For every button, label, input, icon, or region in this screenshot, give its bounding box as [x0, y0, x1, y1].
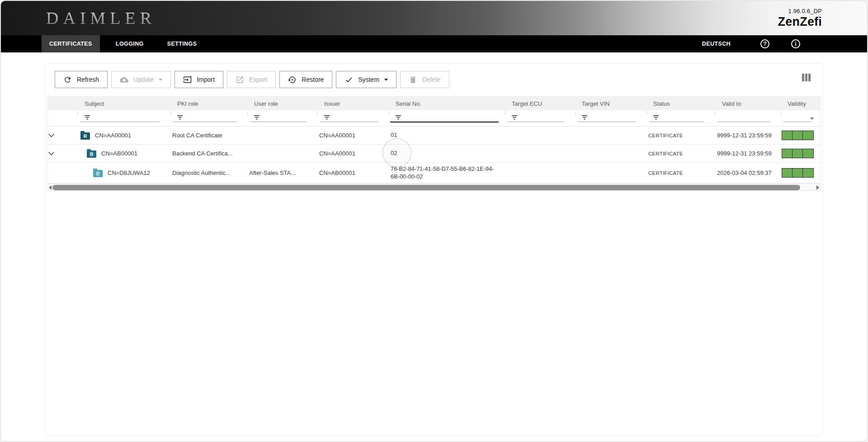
chevron-down-icon[interactable]: [48, 151, 55, 155]
header-serial-no[interactable]: Serial No.: [389, 100, 505, 107]
nav-tabs: CERTIFICATES LOGGING SETTINGS: [1, 35, 212, 52]
validity-indicator: [782, 168, 814, 178]
tab-certificates[interactable]: CERTIFICATES: [42, 35, 100, 52]
export-icon: [236, 75, 244, 84]
filter-validity[interactable]: [781, 110, 822, 126]
app-identity: 1.96.0.6_DP ZenZefi: [778, 8, 822, 29]
filter-serial-no[interactable]: [389, 110, 505, 126]
nav-bar: CERTIFICATES LOGGING SETTINGS DEUTSCH ? …: [1, 35, 867, 52]
table-row[interactable]: R CN=AA00001 Root CA Certificate CN=AA00…: [48, 127, 820, 145]
export-label: Export: [249, 76, 267, 83]
filter-expander: [48, 110, 78, 126]
certificates-table: Subject PKI role User role Issuer Serial…: [47, 96, 821, 191]
validity-cell: [781, 131, 822, 140]
issuer-cell: CN=AA00001: [317, 132, 389, 139]
columns-icon[interactable]: [802, 74, 811, 81]
status-cell: CERTIFICATE: [646, 133, 715, 138]
daimler-logo: DAIMLER: [46, 8, 156, 28]
restore-button[interactable]: Restore: [279, 71, 332, 88]
app-version: 1.96.0.6_DP: [778, 8, 822, 14]
filter-icon: [653, 114, 659, 121]
status-cell: CERTIFICATE: [646, 151, 715, 156]
filter-icon: [511, 114, 518, 121]
import-icon: [183, 75, 192, 84]
nav-right: DEUTSCH ? i: [702, 35, 867, 52]
filter-subject[interactable]: [78, 110, 170, 126]
filter-icon: [254, 114, 260, 121]
serial-cell: 02: [389, 150, 505, 157]
scrollbar-thumb[interactable]: [52, 185, 800, 190]
user-role-cell: After-Sales STA...: [247, 169, 317, 176]
subject-cell: D CN=D8JUWA12: [78, 169, 170, 177]
chevron-down-icon: [384, 79, 388, 81]
filter-target-vin[interactable]: [575, 110, 646, 126]
filter-icon: [581, 114, 588, 121]
table-row[interactable]: B CN=AB00001 Backend CA Certifica... CN=…: [48, 145, 820, 163]
refresh-label: Refresh: [77, 76, 99, 83]
help-icon[interactable]: ?: [760, 39, 769, 48]
pki-role-cell: Backend CA Certifica...: [170, 150, 247, 157]
status-cell: CERTIFICATE: [646, 170, 715, 176]
chevron-down-icon[interactable]: [48, 133, 55, 137]
row-expander: [48, 151, 78, 155]
filter-issuer[interactable]: [317, 110, 389, 126]
filter-row: [48, 110, 820, 127]
restore-icon: [288, 75, 297, 84]
update-label: Update: [133, 76, 154, 83]
scroll-right-arrow[interactable]: [816, 185, 819, 190]
filter-icon: [177, 114, 183, 121]
tab-logging[interactable]: LOGGING: [108, 35, 151, 52]
header-validity[interactable]: Validity: [781, 100, 822, 107]
language-toggle[interactable]: DEUTSCH: [702, 41, 731, 47]
header-valid-to[interactable]: Valid to: [715, 100, 781, 107]
delete-button[interactable]: Delete: [400, 71, 449, 88]
header-status[interactable]: Status: [646, 100, 715, 107]
certificates-panel: Refresh Update Import Export Rest: [45, 63, 823, 436]
valid-to-cell: 9999-12-31 23:59:59: [715, 150, 781, 157]
header-target-ecu[interactable]: Target ECU: [505, 100, 575, 107]
app-header: DAIMLER 1.96.0.6_DP ZenZefi: [1, 1, 867, 35]
validity-indicator: [782, 149, 814, 158]
filter-pki-role[interactable]: [170, 110, 247, 126]
refresh-button[interactable]: Refresh: [55, 71, 108, 88]
export-button[interactable]: Export: [227, 71, 276, 88]
chevron-down-icon: [159, 79, 162, 81]
valid-to-cell: 9999-12-31 23:59:59: [715, 132, 781, 139]
certificate-folder-icon: D: [93, 170, 103, 177]
system-button[interactable]: System: [336, 71, 396, 88]
filter-target-ecu[interactable]: [505, 110, 575, 126]
validity-indicator: [782, 131, 814, 140]
serial-cell: 76-B2-84-71-41-58-D7-55-B6-82-1E-94-6B-0…: [389, 165, 505, 180]
import-label: Import: [197, 76, 215, 83]
delete-label: Delete: [422, 76, 440, 83]
app-window: DAIMLER 1.96.0.6_DP ZenZefi CERTIFICATES…: [0, 0, 868, 442]
check-icon: [344, 75, 353, 84]
header-target-vin[interactable]: Target VIN: [575, 100, 646, 107]
table-row[interactable]: D CN=D8JUWA12 Diagnostic Authentic... Af…: [48, 163, 820, 183]
filter-user-role[interactable]: [247, 110, 317, 126]
validity-cell: [781, 149, 822, 158]
header-user-role[interactable]: User role: [247, 100, 317, 107]
horizontal-scrollbar: [48, 183, 820, 191]
filter-status[interactable]: [646, 110, 715, 126]
filter-valid-to[interactable]: [715, 110, 781, 126]
certificate-folder-icon: B: [87, 150, 96, 158]
pki-role-cell: Diagnostic Authentic...: [170, 169, 247, 176]
filter-icon: [324, 114, 330, 121]
main-content: Refresh Update Import Export Rest: [1, 52, 867, 436]
serial-cell: 01: [389, 132, 505, 139]
toolbar: Refresh Update Import Export Rest: [46, 64, 822, 88]
tab-settings[interactable]: SETTINGS: [160, 35, 205, 52]
filter-icon: [84, 114, 90, 121]
import-button[interactable]: Import: [175, 71, 223, 88]
header-issuer[interactable]: Issuer: [317, 100, 389, 107]
trash-icon: [409, 75, 417, 84]
update-button[interactable]: Update: [111, 71, 171, 88]
header-subject[interactable]: Subject: [78, 100, 170, 107]
scroll-left-arrow[interactable]: [49, 185, 52, 190]
info-icon[interactable]: i: [791, 39, 800, 48]
table-header-row: Subject PKI role User role Issuer Serial…: [48, 97, 820, 110]
chevron-down-icon: [810, 118, 814, 120]
restore-label: Restore: [302, 76, 324, 83]
header-pki-role[interactable]: PKI role: [170, 100, 247, 107]
